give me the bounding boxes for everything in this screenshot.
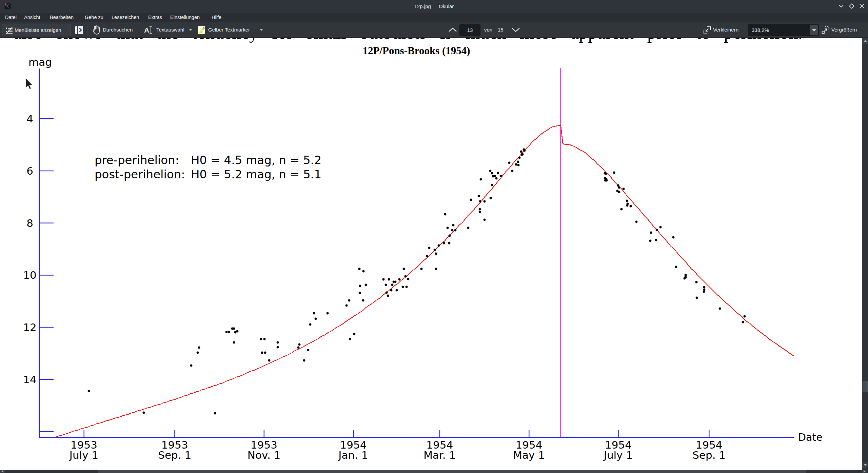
zoom-level-combobox[interactable]: 338,2% (748, 24, 819, 36)
observation-dot (617, 184, 619, 187)
highlighter-label: Gelber Textmarker (208, 27, 250, 33)
titlebar[interactable]: 12p.jpg — Okular (0, 0, 868, 13)
y-tick-label: 4 (26, 113, 33, 125)
x-axis-title: Date (798, 431, 823, 443)
y-axis-label: mag (28, 56, 52, 68)
observation-dot (620, 208, 623, 211)
observation-dot (454, 229, 457, 232)
zoom-combobox-dropdown chevron-down-icon[interactable] (810, 25, 818, 35)
observation-dot (268, 359, 271, 362)
observation-dot (198, 347, 200, 349)
observation-dot (479, 200, 481, 203)
zoom-out-button[interactable]: Verkleinern (713, 22, 738, 37)
observation-dot (406, 286, 408, 288)
annotation-pre-value: H0 = 4.5 mag, n = 5.2 (191, 153, 321, 167)
menu-einstellungen[interactable]: Einstellungen (170, 13, 200, 22)
scroll-right-button[interactable] (862, 470, 867, 473)
observation-dot (491, 172, 493, 175)
document-view[interactable]: also shows that the tendency for small o… (0, 38, 862, 470)
observation-dot (649, 240, 652, 242)
observation-dot (518, 157, 521, 159)
zoom-in-button[interactable]: Vergrößern (831, 22, 857, 37)
x-tick (264, 430, 264, 437)
text-selection-button[interactable]: Textauswahl (156, 22, 184, 37)
observation-dot (606, 179, 608, 182)
observation-dot (385, 284, 387, 286)
menu-ansicht[interactable]: Ansicht (24, 13, 40, 22)
light-curve-chart: 12P/Pons-Brooks (1954)mag4681012141953Ju… (0, 38, 862, 470)
observation-dot (489, 170, 492, 172)
observation-dot (438, 244, 440, 247)
y-axis-line (39, 68, 40, 437)
zoom-out-label: Verkleinern (713, 27, 738, 33)
highlighter-dropdown chevron-down-icon[interactable] (260, 29, 263, 31)
observation-dot (655, 239, 657, 241)
maximize-button diamond-icon[interactable] (847, 1, 857, 11)
highlighter-button[interactable]: Gelber Textmarker (208, 22, 250, 37)
scroll-up-button[interactable] (862, 38, 868, 44)
vertical-scrollbar[interactable] (862, 38, 868, 470)
observation-dot (650, 232, 652, 234)
observation-dot (515, 163, 517, 166)
observation-dot (260, 338, 262, 340)
observation-dot (675, 266, 677, 268)
y-tick (40, 275, 54, 275)
observation-dot (298, 343, 301, 346)
menu-bearbeiten[interactable]: Bearbeiten (50, 13, 74, 22)
observation-dot (428, 247, 431, 249)
annotation-pre-label: pre-perihelion: (95, 153, 179, 167)
y-tick (40, 171, 54, 171)
observation-dot (448, 242, 451, 244)
observation-dot (405, 275, 407, 278)
menu-datei[interactable]: Datei (5, 13, 17, 22)
text-selection-label: Textauswahl (156, 27, 184, 33)
page-number-input[interactable]: 13 (459, 24, 480, 36)
svg-text:A: A (144, 26, 149, 34)
observation-dot (346, 304, 348, 307)
observation-dot (297, 347, 300, 349)
horizontal-scrollbar[interactable] (0, 470, 868, 473)
triangle-right-icon (864, 470, 866, 473)
observation-dot (359, 285, 361, 287)
y-tick-label: 14 (23, 373, 36, 386)
observation-dot (497, 172, 499, 174)
observation-dot (315, 318, 317, 320)
text-selection-dropdown chevron-down-icon[interactable] (189, 29, 192, 31)
scroll-left-button[interactable] (0, 470, 5, 473)
menu-extras[interactable]: Extras (148, 13, 162, 22)
menu-lesezeichen[interactable]: Lesezeichen (112, 13, 139, 22)
y-tick (40, 431, 54, 432)
browse-button[interactable]: Durchsuchen (103, 22, 133, 37)
browse-label: Durchsuchen (103, 27, 133, 33)
observation-dot (495, 177, 498, 180)
observation-dot (359, 292, 361, 294)
x-tick-date-label: May 1 (513, 449, 545, 461)
toolbar: Menüleiste anzeigen Durchsuchen A Textau… (0, 22, 868, 38)
observation-dot (521, 153, 524, 156)
observation-dot (391, 284, 394, 286)
observation-dot (358, 268, 361, 270)
y-tick-label: 12 (23, 321, 36, 333)
y-tick (40, 327, 54, 328)
observation-dot (420, 268, 423, 270)
horizontal-scrollbar-thumb[interactable] (98, 470, 806, 473)
observation-dot (225, 331, 228, 333)
observation-dot (307, 349, 310, 351)
observation-dot (309, 323, 312, 326)
scroll-down-button[interactable] (862, 462, 868, 468)
close-button close-icon[interactable] (857, 1, 867, 11)
vertical-scrollbar-thumb[interactable] (863, 381, 868, 392)
x-tick (353, 430, 354, 437)
previous-page-button chevron-up-icon[interactable] (448, 27, 457, 33)
sidebar-expand-button sidebar-icon[interactable] (75, 25, 84, 35)
menu-hilfe[interactable]: Hilfe (212, 13, 221, 22)
show-menubar-button[interactable]: Menüleiste anzeigen (2, 24, 71, 36)
light-curve-post-perihelion (561, 125, 794, 356)
observation-dot (696, 297, 698, 299)
x-tick (709, 430, 709, 437)
minimize-button chevron-down-icon[interactable] (836, 1, 846, 11)
show-menubar-icon (5, 26, 13, 35)
observation-dot (190, 364, 193, 367)
menu-gehe-zu[interactable]: Gehe zu (85, 13, 103, 22)
next-page-button chevron-down-icon[interactable] (511, 27, 520, 33)
